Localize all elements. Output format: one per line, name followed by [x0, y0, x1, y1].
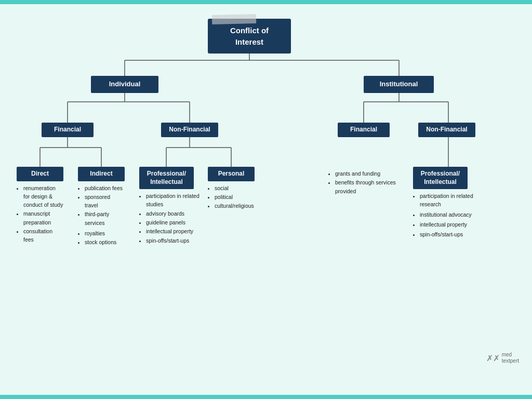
list-item: advisory boards: [146, 209, 207, 218]
list-item: sponsored travel: [85, 193, 125, 210]
direct-node: Direct renumeration for design & conduct…: [17, 167, 63, 244]
top-bar: [0, 0, 532, 4]
list-item: renumeration for design & conduct of stu…: [23, 184, 63, 209]
individual-box: Individual: [91, 76, 158, 93]
inst-professional-list: participation in related research instit…: [413, 192, 481, 238]
indirect-box: Indirect: [78, 167, 125, 181]
personal-list: social political cultural/religious: [208, 184, 255, 210]
personal-box: Personal: [208, 167, 255, 181]
list-item: political: [215, 193, 255, 201]
root-node: Conflict of Interest: [208, 19, 291, 54]
inst-financial-box: Financial: [338, 123, 390, 137]
torn-decoration: [212, 14, 256, 24]
list-item: stock options: [85, 238, 125, 246]
list-item: grants and funding: [335, 169, 396, 178]
ind-financial-box: Financial: [42, 123, 94, 137]
ind-financial-node: Financial: [42, 123, 94, 137]
individual-node: Individual: [91, 76, 158, 93]
list-item: spin-offs/start-ups: [420, 230, 481, 238]
inst-financial-list: grants and funding benefits through serv…: [328, 169, 396, 195]
list-item: institutional advocacy: [420, 210, 481, 219]
inst-financial-node: Financial: [338, 123, 390, 137]
watermark: ✗✗ medtextpert: [486, 352, 519, 364]
inst-financial-list-node: grants and funding benefits through serv…: [328, 167, 396, 196]
list-item: consultation fees: [23, 227, 63, 244]
list-item: royalties: [85, 229, 125, 237]
list-item: participation in related research: [420, 192, 481, 209]
main-content: Conflict of Interest Individual Institut…: [0, 4, 532, 395]
bottom-bar: [0, 395, 532, 399]
ind-professional-box: Professional/Intellectual: [139, 167, 194, 189]
inst-professional-box: Professional/Intellectual: [413, 167, 468, 189]
direct-list: renumeration for design & conduct of stu…: [17, 184, 63, 244]
ind-professional-list: participation in related studies advisor…: [139, 192, 207, 245]
list-item: participation in related studies: [146, 192, 207, 209]
ind-nonfinancial-box: Non-Financial: [161, 123, 218, 137]
indirect-list: publication fees sponsored travel third-…: [78, 184, 125, 247]
list-item: spin-offs/start-ups: [146, 236, 207, 245]
indirect-node: Indirect publication fees sponsored trav…: [78, 167, 125, 247]
list-item: social: [215, 184, 255, 192]
inst-nonfinancial-box: Non-Financial: [418, 123, 475, 137]
list-item: manuscript preparation: [23, 209, 63, 227]
list-item: guideline panels: [146, 218, 207, 227]
direct-box: Direct: [17, 167, 63, 181]
list-item: third-party services: [85, 210, 125, 227]
diagram: Conflict of Interest Individual Institut…: [10, 14, 522, 367]
root-label: Conflict of Interest: [230, 26, 269, 46]
watermark-icon: ✗✗: [486, 353, 500, 363]
ind-nonfinancial-node: Non-Financial: [161, 123, 218, 137]
institutional-box: Institutional: [364, 76, 434, 93]
root-box: Conflict of Interest: [208, 19, 291, 54]
list-item: intellectual property: [420, 220, 481, 229]
inst-nonfinancial-node: Non-Financial: [418, 123, 475, 137]
list-item: cultural/religious: [215, 202, 255, 210]
ind-professional-node: Professional/Intellectual participation …: [139, 167, 194, 245]
watermark-text: medtextpert: [502, 352, 519, 364]
list-item: benefits through services provided: [335, 178, 396, 195]
inst-professional-node: Professional/Intellectual participation …: [413, 167, 468, 240]
list-item: intellectual property: [146, 227, 207, 235]
institutional-node: Institutional: [364, 76, 434, 93]
list-item: publication fees: [85, 184, 125, 192]
personal-node: Personal social political cultural/relig…: [208, 167, 255, 210]
